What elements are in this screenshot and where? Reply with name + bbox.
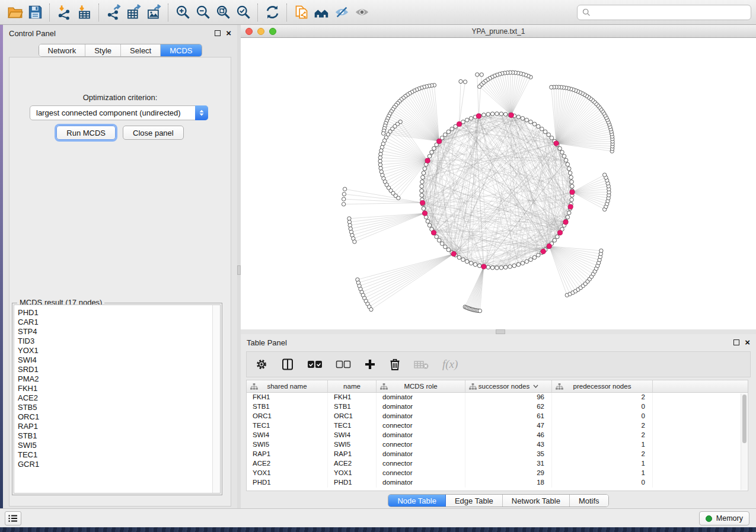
table-cell: 1 [552,440,653,450]
table-cell: dominator [377,412,465,421]
hide-selected-button[interactable] [331,2,352,23]
delete-table-button[interactable] [414,359,429,370]
table-cell: FKH1 [328,393,377,402]
list-item[interactable]: CAR1 [18,318,212,327]
list-item[interactable]: STB1 [18,431,212,441]
list-item[interactable]: SRD1 [18,365,212,374]
list-item[interactable]: STP4 [18,327,212,336]
zoom-selected-button[interactable] [233,2,253,23]
zoom-in-button[interactable] [173,2,193,23]
table-cell: 2 [552,431,653,440]
run-mcds-button[interactable]: Run MCDS [56,126,116,140]
memory-button[interactable]: Memory [699,511,749,525]
network-graph[interactable] [241,38,756,329]
list-item[interactable]: PMA2 [18,374,212,384]
table-row[interactable]: ACE2ACE2connector311 [247,459,748,469]
node-table[interactable]: shared namenameMCDS rolesuccessor nodesp… [246,380,748,491]
table-cell: 46 [465,431,552,440]
table-row[interactable]: TEC1TEC1connector472 [247,421,748,431]
column-header[interactable]: predecessor nodes [552,380,653,392]
table-row[interactable]: STB1STB1dominator620 [247,402,748,412]
mcds-list-scrollbar[interactable] [212,305,220,493]
column-header[interactable]: successor nodes [465,380,552,392]
table-row[interactable]: RAP1RAP1dominator352 [247,450,748,459]
search-field[interactable] [577,5,751,20]
table-row[interactable]: ORC1ORC1dominator610 [247,412,748,421]
list-item[interactable]: SWI4 [18,355,212,365]
refresh-layout-button[interactable] [262,2,282,23]
trash-icon [389,358,401,371]
column-header[interactable]: MCDS role [377,380,465,392]
delete-column-button[interactable] [389,358,401,371]
network-canvas[interactable] [241,38,756,329]
tab-network[interactable]: Network [39,44,85,56]
table-cell: SWI4 [328,431,377,440]
first-neighbors-button[interactable] [311,2,331,23]
network-titlebar[interactable]: YPA_prune.txt_1 [241,25,756,38]
optimization-criterion-dropdown[interactable]: largest connected component (undirected) [30,105,208,120]
save-session-button[interactable] [25,2,45,23]
list-item[interactable]: PHD1 [18,308,212,318]
list-item[interactable]: STB5 [18,403,212,412]
deselect-all-button[interactable] [336,360,351,369]
gear-button[interactable] [255,358,268,371]
list-item[interactable]: GCR1 [18,460,212,469]
export-network-button[interactable] [103,2,123,23]
list-item[interactable]: ACE2 [18,393,212,403]
tab-select[interactable]: Select [121,44,161,56]
list-item[interactable]: RAP1 [18,422,212,431]
horizontal-splitter[interactable] [241,329,756,334]
save-floppy-icon [27,4,43,20]
export-image-button[interactable] [143,2,164,23]
add-column-button[interactable] [364,358,376,370]
import-table-button[interactable] [74,2,94,23]
splitter-handle[interactable] [496,329,505,334]
close-panel-icon[interactable]: × [745,339,750,345]
list-item[interactable]: SWI5 [18,441,212,450]
tab-mcds[interactable]: MCDS [161,44,201,56]
list-item[interactable]: TID3 [18,336,212,346]
table-cell: 31 [465,459,552,469]
task-history-button[interactable] [5,511,21,525]
tab-network-table[interactable]: Network Table [503,495,570,507]
table-scrollbar[interactable] [741,393,747,490]
close-panel-icon[interactable]: × [226,30,231,36]
table-row[interactable]: YOX1YOX1connector291 [247,469,748,478]
list-item[interactable]: FKH1 [18,384,212,393]
table-row[interactable]: SWI4SWI4dominator462 [247,431,748,440]
table-row[interactable]: FKH1FKH1dominator962 [247,393,748,402]
column-header[interactable]: shared name [247,380,328,392]
zoom-in-icon [175,4,191,20]
table-row[interactable]: PHD1PHD1dominator180 [247,478,748,488]
import-network-button[interactable] [54,2,74,23]
column-header[interactable]: name [328,380,377,392]
function-builder-button[interactable]: f(x) [442,358,458,371]
column-source-icon [380,383,388,390]
table-row[interactable]: SWI5SWI5connector431 [247,440,748,450]
list-icon [8,514,18,523]
float-panel-icon[interactable] [733,339,739,345]
search-input[interactable] [594,8,751,17]
duplicate-network-button[interactable] [291,2,311,23]
list-item[interactable]: YOX1 [18,346,212,355]
tab-motifs[interactable]: Motifs [570,495,608,507]
select-all-button[interactable] [307,360,323,369]
scrollbar-thumb[interactable] [742,395,747,443]
show-eye-icon [354,4,370,20]
close-panel-button[interactable]: Close panel [123,126,184,140]
tab-edge-table[interactable]: Edge Table [446,495,503,507]
columns-button[interactable] [281,358,294,371]
control-panel: Control Panel × Network Style Select MCD… [3,25,237,508]
table-cell: TEC1 [328,421,377,431]
tab-style[interactable]: Style [85,44,121,56]
zoom-fit-button[interactable] [213,2,233,23]
float-panel-icon[interactable] [215,30,221,36]
open-network-button[interactable] [5,2,25,23]
list-item[interactable]: TEC1 [18,450,212,460]
zoom-out-button[interactable] [193,2,213,23]
export-table-button[interactable] [123,2,143,23]
list-item[interactable]: ORC1 [18,412,212,422]
tab-node-table[interactable]: Node Table [388,495,446,507]
export-network-icon [106,4,122,20]
show-all-button[interactable] [352,2,372,23]
